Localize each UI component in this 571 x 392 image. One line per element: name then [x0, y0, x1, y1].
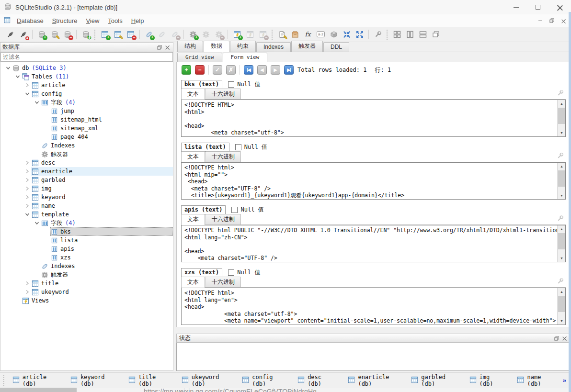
tree-item-page_404[interactable]: page_404: [0, 133, 173, 141]
taskbar-tab-enarticle[interactable]: enarticle (db): [343, 372, 396, 389]
edit-trigger-icon[interactable]: [199, 28, 212, 41]
tab-hex[interactable]: 十六进制: [206, 214, 241, 224]
tree-item-触发器[interactable]: 触发器: [0, 150, 173, 158]
toolbar-grip[interactable]: [386, 29, 388, 40]
remove-trigger-icon[interactable]: −: [212, 28, 225, 41]
tree-item-img[interactable]: img: [0, 184, 173, 193]
open-chevron-icon[interactable]: [23, 211, 31, 218]
closed-chevron-icon[interactable]: [23, 176, 31, 184]
scroll-thumb[interactable]: [558, 108, 565, 124]
mdi-close-button[interactable]: [559, 16, 568, 25]
tree-item-name[interactable]: name: [0, 202, 173, 210]
tree-item-garbled[interactable]: garbled: [0, 176, 173, 184]
closed-chevron-icon[interactable]: [23, 193, 31, 201]
commit-row-button[interactable]: ✓: [213, 65, 222, 75]
taskbar-tab-desc[interactable]: desc (db): [293, 372, 332, 389]
tree-item-sitemap_html[interactable]: sitemap_html: [0, 115, 173, 124]
open-sql-editor-icon[interactable]: ✎: [275, 28, 288, 41]
disconnect-icon[interactable]: [17, 28, 30, 41]
field-value-editor[interactable]: <!DOCTYPE HTML> <html> <head> <meta char…: [181, 100, 566, 137]
minimize-button[interactable]: [505, 0, 527, 14]
closed-chevron-icon[interactable]: [23, 202, 31, 210]
edit-database-icon[interactable]: ✎: [48, 28, 61, 41]
float-panel-icon[interactable]: [156, 44, 163, 51]
tree-item-bks[interactable]: bks: [0, 227, 173, 236]
tree-item-desc[interactable]: desc: [0, 158, 173, 167]
tree-item-keyword[interactable]: keyword: [0, 193, 173, 202]
scroll-down-icon[interactable]: ▼: [558, 129, 566, 136]
toolbar-grip[interactable]: [271, 29, 274, 40]
taskbar-tab-keyword[interactable]: keyword (db): [66, 372, 113, 389]
scroll-up-icon[interactable]: ▲: [558, 100, 566, 107]
taskbar-grip[interactable]: [3, 375, 5, 386]
scrollbar[interactable]: ▲ ▼: [557, 100, 565, 136]
taskbar-overflow-button[interactable]: »: [563, 377, 566, 384]
taskbar-tab-garbled[interactable]: garbled (db): [406, 372, 454, 389]
mdi-cascade-icon[interactable]: [429, 28, 442, 41]
scroll-down-icon[interactable]: ▼: [558, 192, 566, 199]
add-table-icon[interactable]: +: [98, 28, 111, 41]
tab-hex[interactable]: 十六进制: [206, 277, 241, 287]
tree-item-db[interactable]: db (SQLite 3): [0, 64, 173, 72]
edit-value-icon[interactable]: [557, 278, 564, 286]
tab-text[interactable]: 文本: [181, 89, 205, 100]
tree-filter-input[interactable]: [0, 52, 173, 62]
mdi-restore-button[interactable]: [547, 16, 557, 25]
scroll-thumb[interactable]: [558, 233, 565, 249]
open-chevron-icon[interactable]: [33, 219, 41, 227]
closed-chevron-icon[interactable]: [23, 159, 31, 167]
collations-icon[interactable]: a·z: [314, 28, 327, 41]
open-chevron-icon[interactable]: [4, 64, 12, 72]
edit-table-icon[interactable]: ✎: [111, 28, 124, 41]
tree-item-Views[interactable]: Views: [0, 296, 173, 305]
scroll-up-icon[interactable]: ▲: [558, 163, 566, 170]
scroll-up-icon[interactable]: ▲: [558, 288, 566, 295]
close-status-icon[interactable]: [560, 335, 568, 342]
mdi-minimize-button[interactable]: [536, 16, 545, 25]
field-value-editor[interactable]: <!DOCTYPE html PUBLIC "-//W3C//DTD XHTML…: [181, 225, 566, 262]
null-checkbox[interactable]: [231, 207, 238, 213]
connect-icon[interactable]: [4, 28, 17, 41]
tree-item-字段[interactable]: 字段 (4): [0, 98, 173, 107]
scroll-thumb[interactable]: [558, 170, 565, 187]
tree-item-lista[interactable]: lista: [0, 236, 173, 245]
open-chevron-icon[interactable]: [33, 99, 41, 106]
prev-row-button[interactable]: ◀: [257, 65, 267, 75]
tree-item-config[interactable]: config: [0, 90, 173, 98]
float-status-icon[interactable]: [553, 335, 560, 342]
tree-item-Indexes[interactable]: Indexes: [0, 141, 173, 150]
import-icon[interactable]: [288, 28, 301, 41]
mdi-columns-icon[interactable]: [403, 28, 416, 41]
closed-chevron-icon[interactable]: [23, 288, 31, 296]
tree-item-enarticle[interactable]: enarticle: [0, 167, 173, 176]
tree-item-template[interactable]: template: [0, 210, 173, 219]
remove-index-icon[interactable]: −: [168, 28, 181, 41]
edit-view-icon[interactable]: [243, 28, 256, 41]
field-value-editor[interactable]: <!DOCTYPE html> <html mip=""> <head> <me…: [181, 162, 566, 200]
rollback-row-button[interactable]: ✗: [226, 65, 236, 75]
scrollbar[interactable]: ▲ ▼: [557, 225, 565, 262]
close-panel-icon[interactable]: [163, 44, 171, 51]
taskbar-tab-ukeyword[interactable]: ukeyword (db): [177, 372, 227, 389]
add-row-button[interactable]: +: [182, 65, 191, 75]
toolbar-grip[interactable]: [94, 29, 96, 40]
null-checkbox[interactable]: [235, 144, 241, 150]
tab-form-view[interactable]: Form view: [223, 53, 268, 62]
close-button[interactable]: [549, 0, 571, 14]
tree-item-sitemap_xml[interactable]: sitemap_xml: [0, 124, 173, 133]
next-row-button[interactable]: ▶: [271, 65, 280, 75]
taskbar-tab-name[interactable]: name (db): [512, 372, 552, 389]
tree-item-Tables[interactable]: Tables (11): [0, 72, 173, 81]
taskbar-tab-article[interactable]: article (db): [8, 372, 55, 389]
remove-database-icon[interactable]: −: [61, 28, 74, 41]
menu-help[interactable]: Help: [127, 16, 148, 26]
tree-item-字段[interactable]: 字段 (4): [0, 219, 173, 227]
configuration-icon[interactable]: [371, 28, 384, 41]
tree-item-jump[interactable]: jump: [0, 107, 173, 115]
remove-table-icon[interactable]: −: [124, 28, 137, 41]
maximize-button[interactable]: [527, 0, 549, 14]
refresh-schema-icon[interactable]: ↻: [79, 28, 92, 41]
edit-value-icon[interactable]: [557, 90, 564, 98]
mdi-tile-icon[interactable]: [390, 28, 403, 41]
closed-chevron-icon[interactable]: [23, 168, 31, 175]
